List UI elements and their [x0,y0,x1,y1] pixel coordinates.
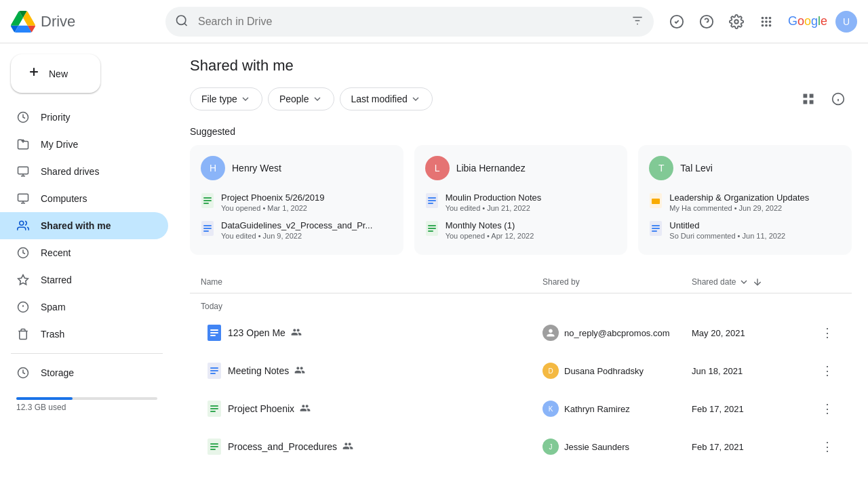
more-menu-button-2[interactable]: ⋮ [816,360,838,382]
storage-bar-background [16,397,157,400]
more-menu-button-3[interactable]: ⋮ [816,398,838,420]
file-row-date-2: Jun 18, 2021 [692,366,814,376]
tal-name: Tal Levi [680,163,712,174]
svg-rect-66 [210,446,218,447]
sidebar: New Priority My Drive [0,43,174,488]
sidebar-item-shared-with-me[interactable]: Shared with me [0,212,168,239]
sharer-name-3: Kathryn Ramirez [564,404,630,414]
sidebar-item-shared-drives[interactable]: Shared drives [0,158,168,185]
file-row-name-1: 123 Open Me [228,327,542,340]
tal-file-2[interactable]: Untitled So Duri commented • Jun 11, 202… [649,216,841,244]
shared-people-icon-3 [300,403,311,415]
more-menu-button-4[interactable]: ⋮ [816,436,838,458]
file-meta: You edited • Jun 9, 2022 [221,232,372,240]
libia-file-1[interactable]: Moulin Production Notes You edited • Jun… [425,188,617,216]
last-modified-label: Last modified [351,94,408,104]
file-row-actions-1: ⋮ [814,322,841,344]
search-filter-icon[interactable] [631,14,644,29]
more-menu-button-1[interactable]: ⋮ [816,322,838,344]
sidebar-item-recent[interactable]: Recent [0,239,168,266]
storage-bar-fill [16,397,73,400]
file-name: Untitled [669,220,785,230]
settings-icon-button[interactable] [723,8,750,35]
sidebar-item-label: Spam [41,302,66,312]
shared-people-icon-1 [291,327,302,340]
files-table: Name Shared by Shared date Today [190,271,852,466]
henry-file-2-info: DataGuidelines_v2_Process_and_Pr... You … [221,220,372,240]
file-meta: My Ha commented • Jun 29, 2022 [669,204,809,212]
sharer-avatar-3: K [542,401,559,417]
file-meta: So Duri commented • Jun 11, 2022 [669,232,785,240]
table-row[interactable]: 123 Open Me no_reply@abcpromos.com May 2… [190,314,852,352]
svg-rect-23 [810,94,814,98]
tal-file-1-info: Leadership & Organization Updates My Ha … [669,192,809,212]
docs-icon-3 [649,220,663,237]
help-icon-button[interactable] [693,8,720,35]
file-type-label: File type [201,94,237,104]
henry-file-1[interactable]: Project Phoenix 5/26/2019 You opened • M… [201,188,393,216]
file-type-filter[interactable]: File type [190,87,262,110]
henry-file-2[interactable]: DataGuidelines_v2_Process_and_Pr... You … [201,216,393,244]
user-avatar[interactable]: U [835,11,857,33]
libia-file-2-info: Monthly Notes (1) You opened • Apr 12, 2… [446,220,534,240]
file-row-actions-3: ⋮ [814,398,841,420]
col-header-date[interactable]: Shared date [692,277,814,287]
libia-file-2[interactable]: Monthly Notes (1) You opened • Apr 12, 2… [425,216,617,244]
app-title: Drive [41,13,75,30]
done-icon-button[interactable] [663,8,690,35]
svg-rect-54 [210,332,218,333]
storage-info: 12.3 GB used [0,386,174,418]
sheets-icon-1 [201,192,214,209]
suggested-card-tal: T Tal Levi Leadership & Organization Upd… [638,145,852,255]
file-row-shared-1: no_reply@abcpromos.com [542,325,692,341]
sidebar-item-trash[interactable]: Trash [0,321,168,348]
search-icon [175,14,189,29]
table-row[interactable]: Project Phoenix K Kathryn Ramirez Feb 17… [190,390,852,428]
table-row[interactable]: Process_and_Procedures J Jessie Saunders… [190,428,852,466]
file-name: Leadership & Organization Updates [669,192,809,203]
sharer-name-4: Jessie Saunders [564,442,629,452]
apps-icon-button[interactable] [753,8,780,35]
file-name: DataGuidelines_v2_Process_and_Pr... [221,220,372,230]
sheets-icon-2 [425,220,439,237]
sidebar-item-storage[interactable]: Storage [0,359,168,386]
svg-rect-13 [18,194,28,201]
table-header: Name Shared by Shared date [190,271,852,293]
today-label: Today [190,293,852,314]
shared-people-icon-4 [342,441,353,453]
suggested-section: Suggested H Henry West [190,126,852,255]
info-view-button[interactable] [825,85,852,113]
sidebar-item-computers[interactable]: Computers [0,185,168,212]
people-filter[interactable]: People [268,87,334,110]
file-icon-docs-w [201,319,228,346]
sidebar-item-label: Starred [41,274,72,285]
new-button[interactable]: New [11,54,100,93]
trash-icon [16,328,30,340]
docs-icon-1 [201,220,214,237]
grid-view-button[interactable] [795,85,822,113]
tal-file-1[interactable]: Leadership & Organization Updates My Ha … [649,188,841,216]
sidebar-item-spam[interactable]: Spam [0,293,168,321]
svg-line-1 [184,23,187,26]
svg-rect-49 [652,228,660,229]
table-row[interactable]: Meeting Notes D Dusana Podhradsky Jun 18… [190,352,852,390]
sidebar-item-starred[interactable]: Starred [0,266,168,293]
svg-rect-44 [428,230,433,232]
sidebar-item-priority[interactable]: Priority [0,104,168,131]
sidebar-item-label: Recent [41,247,71,258]
svg-rect-50 [652,230,657,232]
sidebar-divider [11,353,163,354]
spam-icon [16,301,30,313]
header: Drive [0,0,868,43]
svg-point-8 [734,20,738,24]
file-meta: You opened • Mar 1, 2022 [221,204,325,212]
svg-rect-39 [428,200,436,201]
page-title: Shared with me [190,57,852,75]
last-modified-filter[interactable]: Last modified [340,87,433,110]
suggested-title: Suggested [190,126,852,137]
sidebar-item-my-drive[interactable]: My Drive [0,131,168,158]
svg-rect-12 [18,167,28,174]
svg-rect-43 [428,228,436,229]
svg-rect-55 [210,335,216,336]
search-input[interactable] [165,7,654,37]
